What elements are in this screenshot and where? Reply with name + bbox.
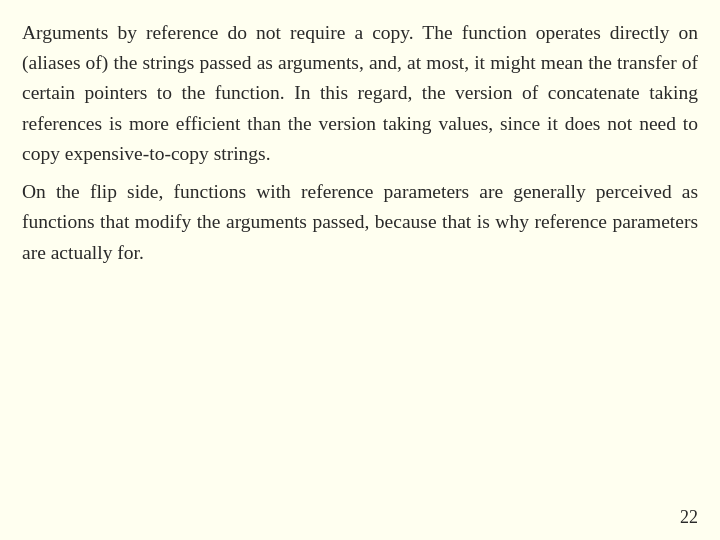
page-number: 22	[680, 507, 698, 528]
paragraph-1-text: Arguments by reference do not require a …	[22, 18, 698, 169]
page-container: Arguments by reference do not require a …	[0, 0, 720, 540]
paragraph-2: On the flip side, functions with referen…	[22, 177, 698, 268]
paragraph-2-text: On the flip side, functions with referen…	[22, 177, 698, 268]
paragraph-1: Arguments by reference do not require a …	[22, 18, 698, 169]
